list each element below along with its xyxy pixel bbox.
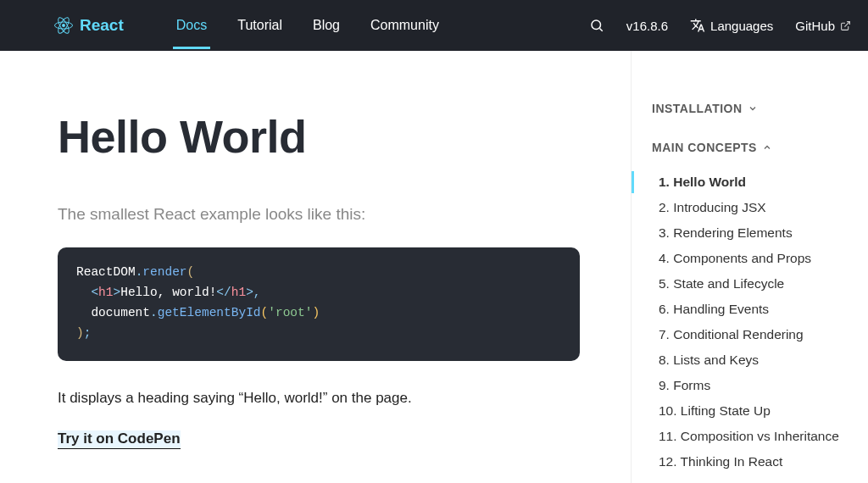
sidebar-item-conditional-rendering[interactable]: 7. Conditional Rendering xyxy=(652,322,868,347)
brand[interactable]: React xyxy=(54,16,124,35)
sidebar-item-lifting-state-up[interactable]: 10. Lifting State Up xyxy=(652,398,868,424)
code-token: < xyxy=(91,286,98,299)
sidebar-item-handling-events[interactable]: 6. Handling Events xyxy=(652,297,868,322)
code-token: > xyxy=(114,286,121,299)
sidebar-item-thinking-in-react[interactable]: 12. Thinking In React xyxy=(652,449,868,475)
sidebar-item-introducing-jsx[interactable]: 2. Introducing JSX xyxy=(652,195,868,220)
sidebar-section-installation[interactable]: Installation xyxy=(652,102,868,115)
code-block: ReactDOM.render( <h1>Hello, world!</h1>,… xyxy=(58,247,580,361)
code-token: , xyxy=(253,286,261,299)
code-token: ) xyxy=(312,306,320,319)
code-token: document xyxy=(76,306,150,319)
brand-name: React xyxy=(80,16,124,35)
code-token: Hello, world! xyxy=(120,286,216,299)
external-link-icon xyxy=(840,20,851,31)
languages-label: Languages xyxy=(710,19,773,33)
svg-point-4 xyxy=(592,20,601,30)
github-link[interactable]: GitHub xyxy=(795,19,851,33)
sidebar: Installation Main Concepts 1. Hello Worl… xyxy=(631,51,868,483)
sidebar-item-forms[interactable]: 9. Forms xyxy=(652,373,868,398)
sidebar-item-components-props[interactable]: 4. Components and Props xyxy=(652,246,868,271)
code-token: ( xyxy=(187,265,195,279)
github-label: GitHub xyxy=(795,19,835,33)
code-token: render xyxy=(142,265,186,279)
languages-link[interactable]: Languages xyxy=(690,18,773,33)
svg-line-5 xyxy=(599,28,602,31)
chevron-down-icon xyxy=(748,103,758,114)
main-content: Hello World The smallest React example l… xyxy=(0,51,631,483)
sidebar-section-main-concepts[interactable]: Main Concepts xyxy=(652,141,868,154)
code-token xyxy=(76,286,91,299)
try-codepen-link[interactable]: Try it on CodePen xyxy=(58,430,181,449)
code-token: getElementById xyxy=(158,306,261,319)
body-paragraph: It displays a heading saying “Hello, wor… xyxy=(58,390,580,407)
svg-point-0 xyxy=(62,24,65,27)
top-right: v16.8.6 Languages GitHub xyxy=(589,18,851,33)
code-token: . xyxy=(150,306,158,319)
page-title: Hello World xyxy=(58,110,580,163)
code-token: h1 xyxy=(231,286,246,299)
code-token: h1 xyxy=(98,286,113,299)
code-token: ) xyxy=(76,326,84,340)
page-subtitle: The smallest React example looks like th… xyxy=(58,205,580,224)
code-token: ; xyxy=(84,326,92,340)
code-token: </ xyxy=(216,286,231,299)
code-token: ReactDOM xyxy=(76,265,136,279)
section-label: Installation xyxy=(652,102,743,115)
sidebar-list: 1. Hello World 2. Introducing JSX 3. Ren… xyxy=(652,169,868,475)
sidebar-item-composition-inheritance[interactable]: 11. Composition vs Inheritance xyxy=(652,424,868,449)
section-label: Main Concepts xyxy=(652,141,757,154)
react-logo-icon xyxy=(54,16,73,35)
top-nav: React Docs Tutorial Blog Community v16.8… xyxy=(0,0,868,51)
sidebar-item-lists-keys[interactable]: 8. Lists and Keys xyxy=(652,347,868,373)
nav-tutorial[interactable]: Tutorial xyxy=(237,2,282,49)
code-token: ( xyxy=(261,306,269,319)
nav-community[interactable]: Community xyxy=(370,2,439,49)
nav-blog[interactable]: Blog xyxy=(313,2,340,49)
sidebar-item-rendering-elements[interactable]: 3. Rendering Elements xyxy=(652,220,868,246)
sidebar-item-state-lifecycle[interactable]: 5. State and Lifecycle xyxy=(652,271,868,297)
code-token: > xyxy=(246,286,253,299)
chevron-up-icon xyxy=(762,142,772,153)
svg-line-6 xyxy=(844,21,849,26)
nav-links: Docs Tutorial Blog Community xyxy=(176,2,439,49)
search-icon[interactable] xyxy=(589,18,604,33)
version-label[interactable]: v16.8.6 xyxy=(626,19,668,33)
nav-docs[interactable]: Docs xyxy=(176,2,207,49)
translate-icon xyxy=(690,18,705,33)
sidebar-item-hello-world[interactable]: 1. Hello World xyxy=(652,169,868,195)
code-token: 'root' xyxy=(268,306,312,319)
